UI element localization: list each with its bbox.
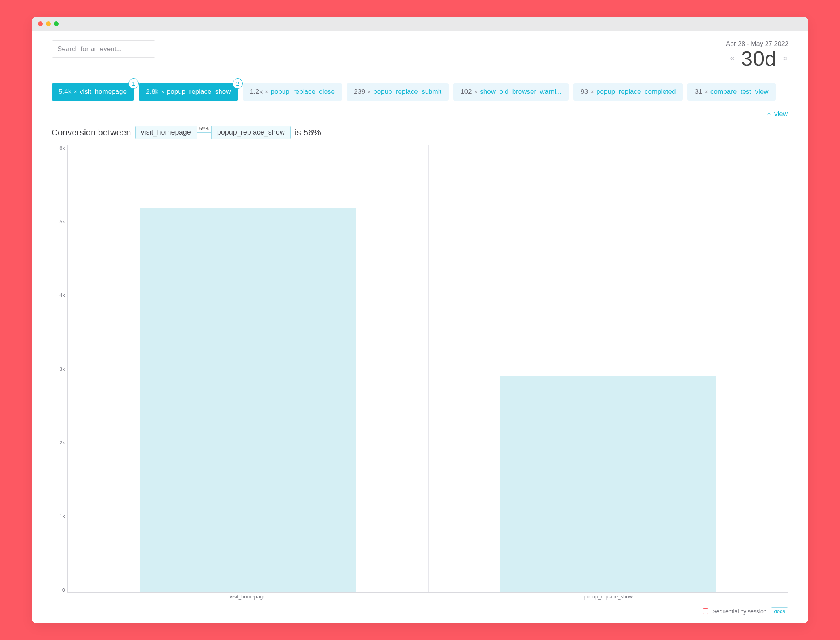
sequential-checkbox[interactable] bbox=[703, 608, 708, 614]
window-min-dot[interactable] bbox=[46, 21, 51, 26]
y-axis: 6k5k4k3k2k1k0 bbox=[52, 145, 67, 602]
x-label: popup_replace_show bbox=[428, 594, 788, 602]
period-box: Apr 28 - May 27 2022 30d bbox=[726, 40, 788, 69]
x-label: visit_homepage bbox=[67, 594, 428, 602]
event-chip-show_old_browser_warni...[interactable]: 102×show_old_browser_warni... bbox=[453, 83, 569, 101]
event-chip-popup_replace_show[interactable]: 2.8k×popup_replace_show2 bbox=[139, 83, 238, 101]
window-titlebar bbox=[32, 17, 808, 31]
times-x: × bbox=[474, 88, 478, 95]
window-max-dot[interactable] bbox=[54, 21, 59, 26]
conversion-prefix: Conversion between bbox=[52, 128, 131, 138]
docs-button[interactable]: docs bbox=[771, 607, 788, 615]
event-chip-visit_homepage[interactable]: 5.4k×visit_homepage1 bbox=[52, 83, 134, 101]
order-badge: 1 bbox=[128, 78, 139, 89]
event-chip-popup_replace_completed[interactable]: 93×popup_replace_completed bbox=[573, 83, 683, 101]
event-count: 5.4k bbox=[59, 88, 71, 96]
conversion-suffix: is 56% bbox=[295, 128, 321, 138]
content-area: Apr 28 - May 27 2022 30d 5.4k×visit_home… bbox=[32, 31, 808, 623]
event-count: 1.2k bbox=[250, 88, 263, 96]
y-tick: 5k bbox=[59, 219, 65, 225]
bars-container bbox=[68, 145, 788, 592]
times-x: × bbox=[161, 88, 164, 95]
period-label: 30d bbox=[741, 48, 777, 69]
view-link-label: view bbox=[774, 110, 788, 118]
conversion-mid-pct: 56% bbox=[197, 125, 211, 133]
app-window: Apr 28 - May 27 2022 30d 5.4k×visit_home… bbox=[32, 17, 808, 623]
times-x: × bbox=[367, 88, 371, 95]
event-name: popup_replace_submit bbox=[373, 88, 441, 96]
event-chip-popup_replace_close[interactable]: 1.2k×popup_replace_close bbox=[243, 83, 342, 101]
event-name: popup_replace_completed bbox=[596, 88, 676, 96]
event-name: visit_homepage bbox=[80, 88, 127, 96]
window-close-dot[interactable] bbox=[38, 21, 43, 26]
search-input[interactable] bbox=[52, 40, 155, 58]
event-name: compare_test_view bbox=[710, 88, 768, 96]
event-chip-compare_test_view[interactable]: 31×compare_test_view bbox=[687, 83, 775, 101]
period-prev-icon[interactable] bbox=[729, 55, 735, 62]
bar-popup_replace_show bbox=[500, 376, 716, 592]
header-row: Apr 28 - May 27 2022 30d bbox=[52, 40, 788, 69]
event-name: popup_replace_close bbox=[271, 88, 335, 96]
footer-row: Sequential by session docs bbox=[52, 607, 788, 615]
y-tick: 6k bbox=[59, 145, 65, 151]
y-tick: 1k bbox=[59, 513, 65, 519]
period-next-icon[interactable] bbox=[782, 55, 788, 62]
plot-area: visit_homepagepopup_replace_show bbox=[67, 145, 788, 602]
event-name: show_old_browser_warni... bbox=[480, 88, 561, 96]
y-tick: 2k bbox=[59, 440, 65, 446]
event-chip-list: 5.4k×visit_homepage12.8k×popup_replace_s… bbox=[52, 83, 788, 101]
conversion-from-pill[interactable]: visit_homepage bbox=[135, 126, 197, 139]
times-x: × bbox=[265, 88, 269, 95]
bar-slot bbox=[428, 145, 789, 592]
times-x: × bbox=[74, 88, 77, 95]
y-tick: 3k bbox=[59, 366, 65, 372]
times-x: × bbox=[704, 88, 708, 95]
date-range-label: Apr 28 - May 27 2022 bbox=[726, 40, 788, 48]
sequential-label: Sequential by session bbox=[712, 608, 766, 615]
order-badge: 2 bbox=[233, 78, 243, 89]
event-count: 239 bbox=[354, 88, 365, 96]
event-count: 93 bbox=[580, 88, 588, 96]
event-name: popup_replace_show bbox=[167, 88, 231, 96]
event-count: 31 bbox=[695, 88, 702, 96]
x-axis-labels: visit_homepagepopup_replace_show bbox=[67, 594, 788, 602]
times-x: × bbox=[590, 88, 594, 95]
chart: 6k5k4k3k2k1k0 visit_homepagepopup_replac… bbox=[52, 145, 788, 602]
y-tick: 4k bbox=[59, 292, 65, 298]
event-count: 2.8k bbox=[146, 88, 158, 96]
bar-visit_homepage bbox=[140, 208, 356, 592]
bar-slot bbox=[68, 145, 428, 592]
y-tick: 0 bbox=[62, 587, 65, 593]
event-count: 102 bbox=[460, 88, 472, 96]
event-chip-popup_replace_submit[interactable]: 239×popup_replace_submit bbox=[347, 83, 449, 101]
conversion-sentence: Conversion between visit_homepage 56% po… bbox=[52, 126, 788, 139]
view-link[interactable]: view bbox=[766, 110, 788, 118]
conversion-to-pill[interactable]: popup_replace_show bbox=[211, 126, 291, 139]
